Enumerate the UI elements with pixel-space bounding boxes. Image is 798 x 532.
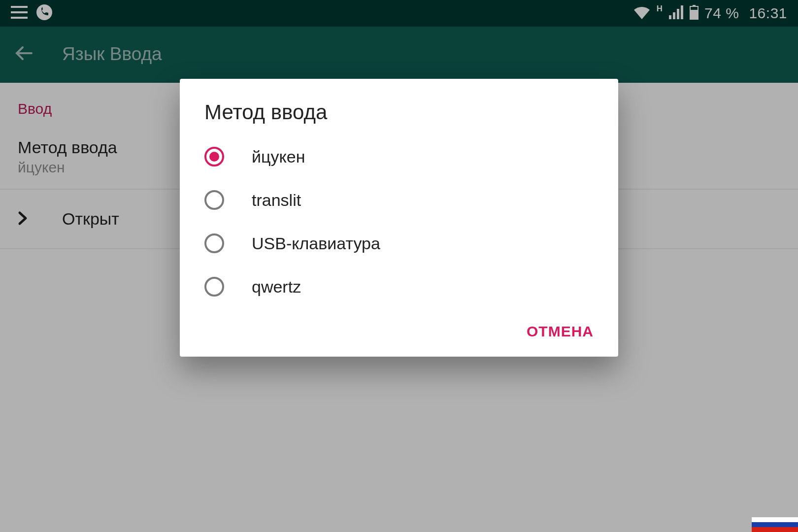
flag-ru-icon bbox=[752, 517, 798, 532]
dialog-title: Метод ввода bbox=[180, 100, 618, 135]
option-label: translit bbox=[252, 191, 301, 210]
option-label: qwertz bbox=[252, 277, 301, 297]
input-method-dialog: Метод ввода йцукен translit USB-клавиату… bbox=[180, 79, 618, 357]
radio-icon bbox=[204, 233, 224, 253]
option-ycuken[interactable]: йцукен bbox=[180, 135, 618, 178]
radio-icon bbox=[204, 190, 224, 210]
option-usb-keyboard[interactable]: USB-клавиатура bbox=[180, 222, 618, 265]
radio-icon bbox=[204, 277, 224, 297]
dialog-scrim[interactable]: Метод ввода йцукен translit USB-клавиату… bbox=[0, 0, 798, 532]
option-qwertz[interactable]: qwertz bbox=[180, 265, 618, 308]
option-label: USB-клавиатура bbox=[252, 234, 380, 253]
option-label: йцукен bbox=[252, 147, 305, 166]
radio-icon bbox=[204, 147, 224, 166]
option-translit[interactable]: translit bbox=[180, 178, 618, 222]
cancel-button[interactable]: ОТМЕНА bbox=[527, 323, 594, 340]
